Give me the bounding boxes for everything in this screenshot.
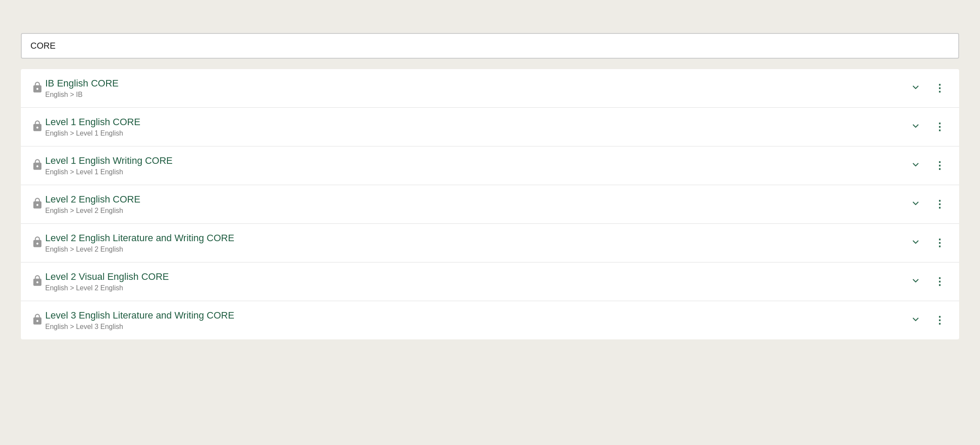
course-info: Level 2 English CORE English > Level 2 E… (45, 194, 907, 215)
course-actions: ⋮ (907, 197, 949, 212)
course-item: Level 2 English Literature and Writing C… (21, 224, 959, 262)
course-info: Level 1 English CORE English > Level 1 E… (45, 116, 907, 137)
course-name: IB English CORE (45, 78, 907, 89)
course-info: Level 2 English Literature and Writing C… (45, 232, 907, 253)
course-item: Level 1 English CORE English > Level 1 E… (21, 108, 959, 146)
expand-button[interactable] (907, 274, 924, 289)
course-name: Level 3 English Literature and Writing C… (45, 310, 907, 321)
more-options-button[interactable]: ⋮ (931, 120, 949, 134)
lock-icon (31, 313, 45, 327)
course-item: Level 2 English CORE English > Level 2 E… (21, 185, 959, 224)
course-path: English > Level 3 English (45, 323, 907, 331)
course-name: Level 2 English CORE (45, 194, 907, 205)
lock-icon (31, 197, 45, 211)
course-path: English > IB (45, 91, 907, 99)
course-actions: ⋮ (907, 274, 949, 289)
more-options-button[interactable]: ⋮ (931, 275, 949, 289)
lock-icon (31, 120, 45, 134)
expand-button[interactable] (907, 158, 924, 173)
more-options-button[interactable]: ⋮ (931, 81, 949, 95)
course-info: Level 3 English Literature and Writing C… (45, 310, 907, 331)
course-path: English > Level 2 English (45, 246, 907, 253)
course-actions: ⋮ (907, 158, 949, 173)
page-header (21, 17, 959, 21)
expand-button[interactable] (907, 81, 924, 96)
course-info: IB English CORE English > IB (45, 78, 907, 99)
search-input[interactable] (30, 41, 950, 51)
course-actions: ⋮ (907, 236, 949, 251)
expand-button[interactable] (907, 120, 924, 135)
course-path: English > Level 2 English (45, 207, 907, 215)
course-path: English > Level 2 English (45, 284, 907, 292)
lock-icon (31, 236, 45, 250)
lock-icon (31, 159, 45, 173)
add-course-button[interactable] (952, 17, 959, 21)
more-options-button[interactable]: ⋮ (931, 313, 949, 327)
expand-button[interactable] (907, 197, 924, 212)
course-list: IB English CORE English > IB ⋮ Level 1 E… (21, 69, 959, 339)
course-item: Level 1 English Writing CORE English > L… (21, 146, 959, 185)
course-name: Level 2 Visual English CORE (45, 271, 907, 282)
more-options-button[interactable]: ⋮ (931, 236, 949, 250)
course-info: Level 2 Visual English CORE English > Le… (45, 271, 907, 292)
course-actions: ⋮ (907, 81, 949, 96)
course-name: Level 1 English Writing CORE (45, 155, 907, 166)
course-path: English > Level 1 English (45, 168, 907, 176)
course-path: English > Level 1 English (45, 130, 907, 137)
course-actions: ⋮ (907, 313, 949, 328)
course-actions: ⋮ (907, 120, 949, 135)
course-name: Level 1 English CORE (45, 116, 907, 128)
lock-icon (31, 81, 45, 95)
course-item: IB English CORE English > IB ⋮ (21, 69, 959, 108)
course-item: Level 3 English Literature and Writing C… (21, 301, 959, 339)
expand-button[interactable] (907, 236, 924, 251)
course-name: Level 2 English Literature and Writing C… (45, 232, 907, 244)
course-item: Level 2 Visual English CORE English > Le… (21, 262, 959, 301)
more-options-button[interactable]: ⋮ (931, 197, 949, 211)
more-options-button[interactable]: ⋮ (931, 159, 949, 173)
course-info: Level 1 English Writing CORE English > L… (45, 155, 907, 176)
search-container (21, 33, 959, 59)
expand-button[interactable] (907, 313, 924, 328)
lock-icon (31, 275, 45, 289)
